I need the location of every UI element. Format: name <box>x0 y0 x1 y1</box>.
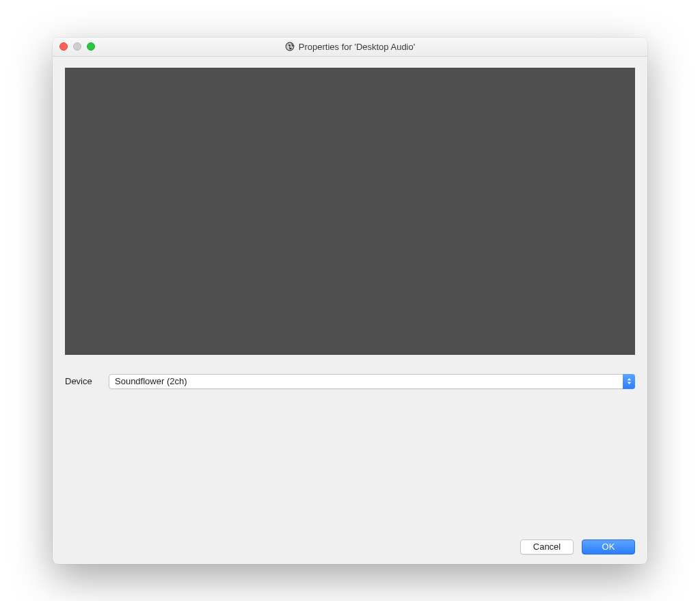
window-content: Device Soundflower (2ch) Cancel OK <box>53 57 647 564</box>
chevron-up-down-icon <box>623 374 635 389</box>
close-window-button[interactable] <box>59 42 68 51</box>
properties-window: Properties for 'Desktop Audio' Device So… <box>53 38 647 564</box>
window-title: Properties for 'Desktop Audio' <box>299 42 415 52</box>
titlebar: Properties for 'Desktop Audio' <box>53 38 647 57</box>
preview-area <box>65 68 635 355</box>
dialog-buttons: Cancel OK <box>65 533 635 555</box>
window-controls <box>53 42 95 51</box>
obs-icon <box>285 42 295 51</box>
device-select-value: Soundflower (2ch) <box>109 374 635 389</box>
device-row: Device Soundflower (2ch) <box>65 374 635 389</box>
spacer <box>65 389 635 533</box>
window-title-wrap: Properties for 'Desktop Audio' <box>53 42 647 52</box>
device-label: Device <box>65 376 109 386</box>
minimize-window-button[interactable] <box>73 42 81 51</box>
cancel-button[interactable]: Cancel <box>520 539 574 555</box>
maximize-window-button[interactable] <box>87 42 95 51</box>
ok-button[interactable]: OK <box>582 539 635 555</box>
device-select[interactable]: Soundflower (2ch) <box>109 374 635 389</box>
